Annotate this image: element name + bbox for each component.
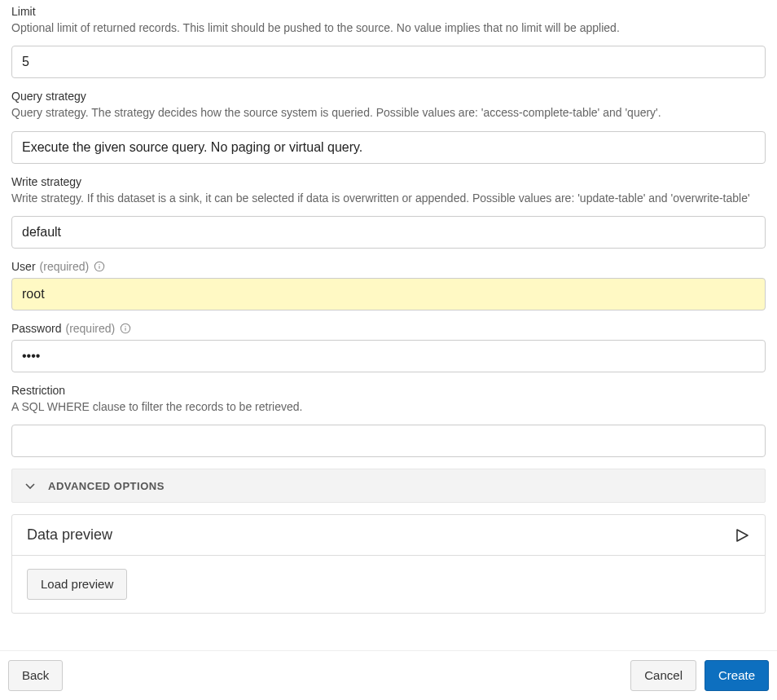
password-required-hint: (required) [65,322,115,335]
restriction-description: A SQL WHERE clause to filter the records… [11,398,766,415]
query-strategy-label: Query strategy [11,90,766,103]
write-strategy-description: Write strategy. If this dataset is a sin… [11,190,766,206]
advanced-options-title: ADVANCED OPTIONS [48,480,165,492]
back-button[interactable]: Back [8,660,63,691]
limit-input[interactable] [11,46,766,78]
restriction-label: Restriction [11,384,766,397]
data-preview-panel: Data preview Load preview [11,514,766,614]
user-input[interactable] [11,278,766,310]
svg-point-2 [99,264,100,265]
user-required-hint: (required) [40,260,90,273]
write-strategy-input[interactable] [11,216,766,249]
restriction-field-group: Restriction A SQL WHERE clause to filter… [11,384,766,457]
data-preview-title: Data preview [27,526,112,544]
password-input[interactable] [11,340,766,372]
data-preview-header: Data preview [12,515,765,556]
user-label-row: User (required) [11,260,766,273]
limit-label: Limit [11,5,766,18]
chevron-down-icon [24,479,37,492]
advanced-options-toggle[interactable]: ADVANCED OPTIONS [11,469,766,503]
svg-point-5 [125,326,126,327]
password-label: Password [11,322,61,335]
info-icon[interactable] [119,322,132,335]
query-strategy-field-group: Query strategy Query strategy. The strat… [11,90,766,163]
cancel-button[interactable]: Cancel [630,660,696,691]
user-label: User [11,260,36,273]
password-label-row: Password (required) [11,322,766,335]
create-button[interactable]: Create [705,660,769,691]
data-preview-body: Load preview [12,556,765,613]
write-strategy-label: Write strategy [11,175,766,188]
info-icon[interactable] [93,260,106,273]
load-preview-button[interactable]: Load preview [27,569,127,600]
svg-marker-6 [737,530,748,541]
password-field-group: Password (required) [11,322,766,372]
limit-field-group: Limit Optional limit of returned records… [11,5,766,78]
limit-description: Optional limit of returned records. This… [11,20,766,36]
footer-bar: Back Cancel Create [0,650,777,700]
query-strategy-description: Query strategy. The strategy decides how… [11,104,766,121]
play-icon[interactable] [734,527,750,544]
query-strategy-input[interactable] [11,131,766,164]
write-strategy-field-group: Write strategy Write strategy. If this d… [11,175,766,249]
user-field-group: User (required) [11,260,766,310]
restriction-input[interactable] [11,425,766,457]
